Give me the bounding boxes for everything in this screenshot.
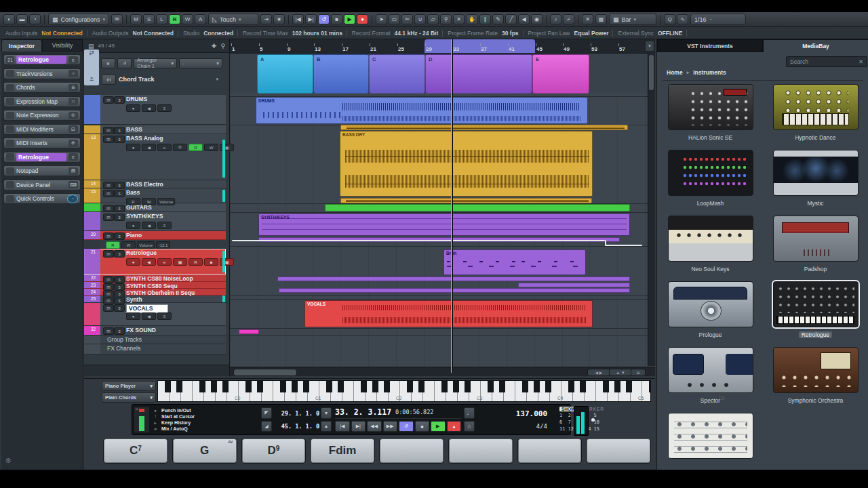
ruler-options-icon[interactable]: ▼ — [645, 41, 654, 52]
Bass[interactable]: 15 m s Bass RWVolume — [84, 188, 226, 203]
Hypnotic Dance[interactable]: Hypnotic Dance — [773, 84, 859, 142]
window-zones-button[interactable]: ▬ — [16, 14, 28, 24]
search-input[interactable]: Search ✕ — [786, 56, 867, 67]
inspector-section[interactable]: Notepad ▤ — [3, 165, 81, 176]
comp-tool[interactable]: ✋ — [466, 14, 478, 24]
mute-button[interactable]: m — [103, 96, 114, 104]
FX SOUND[interactable]: 32 m s FX SOUND — [84, 326, 226, 336]
automation-curve[interactable] — [232, 240, 605, 241]
punch-option[interactable]: ⊤Start at Cursor — [153, 413, 260, 420]
mute-button[interactable]: m — [103, 127, 114, 134]
arranger-section[interactable]: E — [532, 54, 589, 94]
play-button[interactable]: ▶ — [431, 421, 446, 432]
mute-button[interactable]: m — [103, 205, 114, 212]
event-part[interactable] — [325, 204, 630, 211]
punch-out-button[interactable]: ▲ — [321, 421, 332, 432]
arranger-section[interactable]: C — [369, 54, 425, 94]
Neo Soul Keys[interactable]: Neo Soul Keys — [668, 216, 753, 274]
inspector-section[interactable]: Quick Controls ◔ — [3, 193, 81, 204]
section-icon[interactable]: ⊟ — [68, 125, 78, 133]
glue-tool[interactable]: ∪ — [414, 14, 426, 24]
LoopMash[interactable]: LoopMash — [668, 150, 753, 208]
automation-button[interactable]: L — [156, 14, 167, 24]
inspector-section[interactable]: Note Expression ⊘ — [3, 110, 81, 121]
tab-vst-instruments[interactable]: VST Instruments — [657, 39, 763, 52]
tab-mediabay[interactable]: MediaBay — [763, 39, 868, 52]
chord-pad[interactable] — [517, 438, 583, 464]
stop-button[interactable]: ■ — [331, 14, 342, 24]
mute-button[interactable]: m — [103, 182, 114, 189]
solo-button[interactable]: s — [114, 127, 125, 134]
time-warp-tool[interactable]: ∥ — [479, 14, 491, 24]
zoom-tool[interactable]: ⚲ — [440, 14, 452, 24]
automation-curve[interactable] — [605, 245, 642, 246]
record-button[interactable]: ● — [357, 14, 368, 24]
inspector-section[interactable]: Device Panel ⌨ — [3, 180, 81, 190]
zoom-h-slider[interactable]: ◀ ▶ — [587, 369, 610, 376]
punch-option[interactable]: ●Punch In/Out — [153, 407, 260, 413]
event-part[interactable]: Brdn — [443, 249, 586, 275]
arranger-mode-icon[interactable]: ⊿ — [117, 58, 132, 68]
play-tool[interactable]: ◀ — [518, 14, 530, 24]
activate-project-button[interactable]: ◐ — [3, 14, 15, 24]
mute-tool[interactable]: ✕ — [453, 14, 465, 24]
BASS[interactable]: m s BASS — [84, 125, 226, 134]
BASS Electro[interactable]: 14 m s BASS Electro — [84, 180, 226, 188]
arranger-section[interactable]: D — [425, 54, 532, 94]
solo-button[interactable]: s — [114, 190, 125, 197]
edit-icon[interactable]: e — [101, 58, 115, 68]
automation-mode-dropdown[interactable]: ◺Touch▾ — [208, 14, 258, 25]
clear-search-icon[interactable]: ✕ — [859, 58, 863, 65]
forward-button[interactable]: ▶▶ — [383, 421, 398, 432]
section-icon[interactable]: ◔ — [67, 195, 78, 203]
range-selection-tool[interactable]: ▭ — [389, 14, 400, 24]
mute-button[interactable]: m — [103, 232, 114, 240]
metronome-note-icon[interactable]: ♩ — [464, 407, 475, 419]
automation-button[interactable]: M — [130, 14, 142, 24]
cycle-region[interactable] — [425, 39, 535, 53]
color-tool[interactable]: ◉ — [531, 14, 542, 24]
snap-button[interactable]: ✕ — [582, 14, 593, 24]
Prologue[interactable]: Prologue — [668, 281, 753, 340]
SYNTH CS80 NoiseLoop[interactable]: 22 m s SYNTH CS80 NoiseLoop — [84, 274, 226, 282]
mute-button[interactable]: m — [103, 190, 114, 197]
SYNTH CS80 Sequ[interactable]: 23 m s SYNTH CS80 Sequ — [84, 282, 226, 289]
object-selection-tool[interactable]: ➤ — [376, 14, 387, 24]
arranger-section[interactable]: B — [313, 54, 369, 94]
Padshop[interactable]: Padshop — [773, 216, 859, 274]
punch-option[interactable]: ≍Mix / AutoQ — [153, 426, 260, 432]
solo-button[interactable]: s — [114, 136, 125, 143]
VOCALS[interactable]: m s VOCALS ●◀≡ — [84, 303, 226, 326]
inspector-section[interactable]: 21 Retrologue e — [3, 54, 81, 65]
section-icon[interactable]: ⑂ — [68, 70, 78, 77]
track-controls[interactable]: ●◀≡ — [126, 312, 172, 320]
solo-button[interactable]: s — [114, 96, 125, 104]
Mystic[interactable]: Mystic — [773, 150, 859, 208]
solo-button[interactable]: s — [114, 276, 125, 283]
timeline-ruler[interactable]: 159131721252933374145495357 ▼ — [230, 39, 655, 54]
solo-button[interactable]: s — [114, 232, 125, 240]
draw-tool[interactable]: ✎ — [492, 14, 504, 24]
event-part[interactable] — [279, 288, 630, 293]
vertical-scrollbar[interactable] — [648, 53, 655, 366]
right-locator[interactable]: 45. 1. 1. 0 — [276, 423, 319, 430]
quantize-button[interactable]: Q — [664, 14, 675, 24]
event-part[interactable] — [277, 277, 630, 281]
mute-chip[interactable]: m — [102, 75, 116, 85]
track-controls[interactable]: RWVolume-12.1 — [106, 241, 170, 249]
punch-in-button[interactable]: ▼ — [321, 407, 332, 419]
Piano[interactable]: 20 m s Piano — [84, 231, 226, 240]
split-tool[interactable]: ✂ — [401, 14, 413, 24]
record-button[interactable]: ● — [447, 421, 462, 432]
solo-button[interactable]: s — [114, 297, 125, 304]
event-part[interactable] — [518, 283, 630, 287]
arranger-chain-dropdown[interactable]: Arranger Chain 1▾ — [134, 58, 177, 68]
solo-button[interactable]: s — [114, 214, 125, 221]
left-locator[interactable]: 29. 1. 1. 0 — [276, 410, 319, 417]
arranger-item-dropdown[interactable]: -▾ — [179, 58, 222, 68]
grid-type-dropdown[interactable]: ▦Bar▾ — [609, 14, 656, 25]
inspector-section[interactable]: MIDI Modifiers ⊟ — [3, 124, 81, 135]
automation-button[interactable]: W — [182, 14, 193, 24]
instrument-tile[interactable] — [668, 413, 753, 470]
mute-button[interactable]: m — [103, 297, 114, 304]
